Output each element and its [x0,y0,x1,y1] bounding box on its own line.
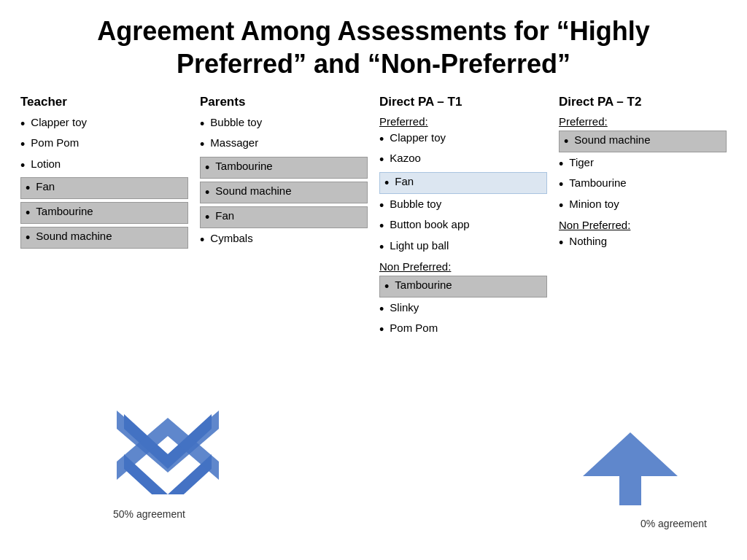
fifty-agreement-label: 50% agreement [113,508,185,520]
teacher-header: Teacher [20,95,188,109]
svg-marker-4 [583,432,678,505]
direct-pa-t1-header: Direct PA – T1 [379,95,547,109]
sound-machine-box-t2: •Sound machine [559,131,727,152]
list-item: •Cymbals [200,231,368,249]
list-item: •Pom Pom [379,321,547,338]
fifty-percent-arrow-svg [91,411,244,498]
list-item: •Lotion [20,157,188,174]
zero-percent-arrow-svg [583,411,678,505]
direct-pa-t2-header: Direct PA – T2 [559,95,727,109]
tambourine-box-teacher: •Tambourine [20,202,188,224]
tambourine-box-parents: •Tambourine [200,157,368,179]
list-item: •Clapper toy [20,115,188,133]
list-item: •Tambourine [559,176,727,193]
parents-column: Parents •Bubble toy •Massager •Tambourin… [194,95,374,342]
nonpreferred-label-t2: Non Preferred: [559,219,727,231]
list-item: •Slinky [379,300,547,318]
list-item: •Bubble toy [200,115,368,133]
sound-machine-box-teacher: •Sound machine [20,227,188,249]
parents-header: Parents [200,95,368,109]
list-item: •Massager [200,136,368,153]
zero-agreement-label: 0% agreement [640,518,707,529]
list-item: •Bubble toy [379,197,547,214]
list-item: •Minion toy [559,197,727,214]
fan-box-t1: •Fan [379,172,547,194]
title: Agreement Among Assessments for “Highly … [0,0,747,88]
sound-machine-box-parents: •Sound machine [200,182,368,203]
list-item: •Tiger [559,155,727,173]
teacher-column: Teacher •Clapper toy •Pom Pom •Lotion •F… [15,95,194,342]
direct-pa-t2-column: Direct PA – T2 Preferred: •Sound machine… [553,95,732,342]
list-item: •Kazoo [379,151,547,168]
fan-box-teacher: •Fan [20,177,188,199]
nonpreferred-label-t1: Non Preferred: [379,260,547,273]
list-item: •Light up ball [379,238,547,256]
list-item: •Clapper toy [379,131,547,148]
preferred-label-t2: Preferred: [559,115,727,128]
list-item: •Button book app [379,217,547,235]
list-item: •Pom Pom [20,136,188,153]
tambourine-box-t1: •Tambourine [379,276,547,298]
fan-box-parents: •Fan [200,206,368,228]
list-item: •Nothing [559,234,727,252]
preferred-label-t1: Preferred: [379,115,547,128]
direct-pa-t1-column: Direct PA – T1 Preferred: •Clapper toy •… [374,95,553,342]
